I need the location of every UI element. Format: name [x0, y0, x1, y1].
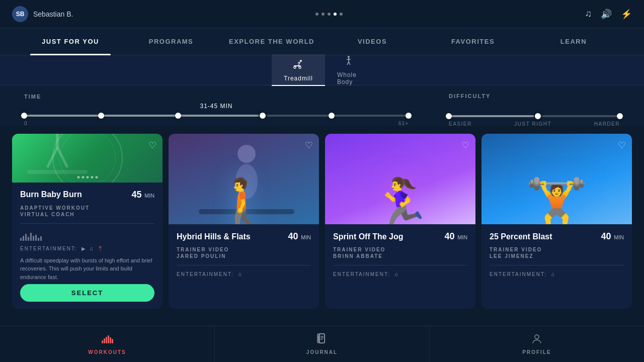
- card2-duration: 40 MIN: [288, 231, 311, 242]
- card-hybrid-hills[interactable]: 🚶 ♡ Hybrid Hills & Flats 40 MIN TRAINER …: [169, 134, 319, 309]
- top-icons: ♫ 🔊 ⚡: [585, 9, 632, 20]
- card4-tags: TRAINER VIDEO LEE JIMENEZ: [490, 247, 624, 259]
- card1-duration: 45 MIN: [131, 190, 154, 200]
- bluetooth-icon[interactable]: ⚡: [621, 9, 632, 20]
- profile-icon: [531, 333, 543, 347]
- card4-title: 25 Percent Blast: [490, 232, 552, 241]
- volume-icon[interactable]: 🔊: [601, 9, 612, 20]
- music-icon: ♫: [238, 272, 243, 277]
- dot-1: [315, 13, 318, 16]
- card4-title-row: 25 Percent Blast 40 MIN: [490, 231, 624, 242]
- svg-rect-25: [112, 339, 113, 343]
- svg-point-35: [535, 335, 539, 339]
- nav-programs[interactable]: PROGRAMS: [121, 28, 221, 55]
- card3-title-row: Sprint Off The Jog 40 MIN: [333, 231, 467, 242]
- difficulty-slider-track[interactable]: [449, 115, 620, 117]
- card4-ent-icons: ♫: [551, 272, 556, 277]
- difficulty-label: DIFFICULTY: [449, 93, 620, 99]
- bottom-nav-profile[interactable]: PROFILE: [430, 326, 644, 362]
- time-filter: TIME 31-45 MIN 0 61+: [24, 94, 409, 126]
- cards-container: ♡ Burn Baby Burn 45 MIN ADAPTIVE WORKOUT…: [0, 126, 644, 317]
- card1-image: ♡: [12, 134, 163, 183]
- sub-nav-whole-body[interactable]: Whole Body: [325, 51, 372, 89]
- svg-line-14: [47, 147, 57, 167]
- slide-indicators: [315, 13, 343, 16]
- journal-label: JOURNAL: [306, 349, 338, 355]
- card4-divider: [490, 265, 624, 265]
- card4-favorite[interactable]: ♡: [618, 140, 626, 151]
- dot-5: [340, 13, 343, 16]
- svg-rect-16: [27, 170, 88, 174]
- time-value: 31-45 MIN: [24, 103, 409, 110]
- svg-line-9: [347, 62, 349, 65]
- card1-favorite[interactable]: ♡: [148, 140, 156, 151]
- card1-divider: [20, 223, 154, 224]
- card1-person-svg: [12, 134, 103, 183]
- card3-entertainment: ENTERTAINMENT: ♫: [333, 272, 467, 277]
- card3-duration: 40 MIN: [444, 231, 467, 242]
- whole-body-icon: [343, 55, 355, 69]
- card-burn-baby-burn[interactable]: ♡ Burn Baby Burn 45 MIN ADAPTIVE WORKOUT…: [12, 134, 163, 309]
- card4-body: 25 Percent Blast 40 MIN TRAINER VIDEO LE…: [481, 224, 632, 309]
- top-bar: SB Sebastian B. ♫ 🔊 ⚡: [0, 0, 644, 28]
- music-icon: ♫: [394, 272, 399, 277]
- card2-title-row: Hybrid Hills & Flats 40 MIN: [177, 231, 311, 242]
- nav-learn[interactable]: LEARN: [523, 28, 624, 55]
- filters-bar: TIME 31-45 MIN 0 61+ DIFFICULTY EASIER: [0, 85, 644, 126]
- card2-body: Hybrid Hills & Flats 40 MIN TRAINER VIDE…: [169, 224, 319, 309]
- main-nav: JUST FOR YOU PROGRAMS EXPLORE THE WORLD …: [0, 28, 644, 55]
- whole-body-label: Whole Body: [337, 71, 360, 85]
- card4-image: 🏋️ ♡: [481, 134, 632, 224]
- card1-body: Burn Baby Burn 45 MIN ADAPTIVE WORKOUT V…: [12, 183, 163, 309]
- svg-rect-21: [104, 338, 105, 343]
- card-sprint-off-jog[interactable]: 🏃‍♀️ ♡ Sprint Off The Jog 40 MIN TRAINER…: [325, 134, 475, 309]
- treadmill-icon: [292, 58, 304, 73]
- play-icon: ▶: [82, 246, 87, 251]
- difficulty-labels: EASIER JUST RIGHT HARDER: [449, 121, 620, 127]
- journal-icon: [316, 333, 328, 347]
- card2-image: 🚶 ♡: [169, 134, 319, 224]
- dot-4-active: [334, 13, 337, 16]
- card2-title: Hybrid Hills & Flats: [177, 232, 251, 241]
- card2-divider: [177, 265, 311, 265]
- card1-tags: ADAPTIVE WORKOUT VIRTUAL COACH: [20, 205, 154, 217]
- time-slider-track[interactable]: [24, 115, 409, 117]
- svg-point-6: [348, 56, 350, 58]
- bottom-nav: WORKOUTS JOURNAL PROFILE: [0, 326, 644, 362]
- svg-rect-24: [110, 337, 111, 343]
- time-range-labels: 0 61+: [24, 121, 409, 126]
- bottom-nav-journal[interactable]: JOURNAL: [215, 326, 430, 362]
- card1-description: A difficult speedplay with bursts of hig…: [20, 256, 154, 282]
- svg-line-10: [349, 62, 350, 65]
- card1-title: Burn Baby Burn: [20, 190, 82, 199]
- card1-dots: [77, 176, 98, 178]
- card1-ent-icons: ▶ ♫ 📍: [82, 246, 105, 251]
- card3-favorite[interactable]: ♡: [461, 140, 469, 151]
- sub-nav-treadmill[interactable]: Treadmill: [272, 54, 325, 86]
- user-name: Sebastian B.: [33, 10, 73, 18]
- card-25-percent-blast[interactable]: 🏋️ ♡ 25 Percent Blast 40 MIN TRAINER VID…: [481, 134, 632, 309]
- nav-just-for-you[interactable]: JUST FOR YOU: [20, 28, 121, 55]
- svg-point-2: [299, 66, 301, 68]
- time-label: TIME: [24, 94, 409, 100]
- card4-duration: 40 MIN: [601, 231, 624, 242]
- card1-select-button[interactable]: SELECT: [20, 284, 154, 302]
- svg-line-5: [298, 62, 299, 63]
- difficulty-filter: DIFFICULTY EASIER JUST RIGHT HARDER: [449, 93, 620, 127]
- card2-favorite[interactable]: ♡: [305, 140, 313, 151]
- card3-divider: [333, 265, 467, 265]
- svg-point-1: [294, 66, 296, 68]
- bottom-nav-workouts[interactable]: WORKOUTS: [0, 326, 215, 362]
- card3-ent-icons: ♫: [394, 272, 399, 277]
- card1-waveform: [20, 232, 154, 241]
- music-icon: ♫: [90, 246, 95, 251]
- profile-label: PROFILE: [522, 349, 551, 355]
- nav-explore-world[interactable]: EXPLORE THE WORLD: [221, 28, 322, 55]
- music-icon[interactable]: ♫: [585, 9, 592, 19]
- nav-favorites[interactable]: FAVORITES: [423, 28, 523, 55]
- svg-rect-22: [106, 337, 107, 343]
- svg-rect-20: [102, 340, 103, 343]
- card3-image: 🏃‍♀️ ♡: [325, 134, 475, 224]
- dot-3: [328, 13, 331, 16]
- card1-entertainment: ENTERTAINMENT: ▶ ♫ 📍: [20, 246, 154, 251]
